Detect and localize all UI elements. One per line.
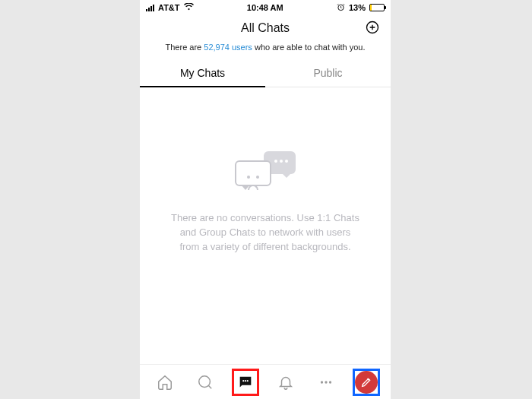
- phone-frame: AT&T 10:48 AM 13% All Chats There are 52…: [140, 0, 391, 399]
- empty-line-1: There are no conversations. Use 1:1 Chat…: [171, 211, 359, 226]
- user-count-banner: There are 52,974 users who are able to c…: [140, 40, 391, 59]
- svg-point-2: [198, 375, 210, 387]
- banner-count[interactable]: 52,974 users: [204, 43, 252, 52]
- empty-line-3: from a variety of different backgrounds.: [171, 240, 359, 255]
- svg-point-3: [242, 380, 244, 382]
- status-time: 10:48 AM: [247, 3, 283, 12]
- banner-suffix: who are able to chat with you.: [252, 43, 366, 52]
- empty-state: There are no conversations. Use 1:1 Chat…: [140, 65, 391, 341]
- empty-state-text: There are no conversations. Use 1:1 Chat…: [171, 211, 359, 255]
- chat-bubble-sad-icon: [235, 160, 271, 186]
- svg-point-8: [328, 381, 331, 383]
- svg-point-7: [325, 381, 327, 383]
- battery-icon: [369, 4, 385, 11]
- battery-pct: 13%: [349, 3, 366, 12]
- page-header: All Chats: [140, 15, 391, 40]
- carrier-label: AT&T: [158, 3, 180, 12]
- empty-line-2: and Group Chats to network with users: [171, 226, 359, 240]
- svg-point-4: [244, 380, 245, 382]
- more-icon: [318, 374, 334, 391]
- nav-chats[interactable]: [232, 369, 259, 396]
- bottom-nav: [140, 364, 391, 399]
- alarm-icon: [337, 3, 345, 13]
- nav-more[interactable]: [312, 369, 340, 396]
- nav-notifications[interactable]: [272, 369, 299, 396]
- status-right: 13%: [337, 3, 385, 13]
- status-bar: AT&T 10:48 AM 13%: [140, 0, 391, 15]
- new-chat-button[interactable]: [365, 20, 380, 35]
- home-icon: [157, 374, 173, 391]
- nav-home[interactable]: [151, 369, 179, 396]
- page-title: All Chats: [140, 21, 391, 35]
- svg-point-5: [246, 380, 248, 382]
- search-icon: [197, 374, 214, 391]
- compose-icon: [355, 371, 378, 394]
- nav-compose[interactable]: [353, 369, 380, 396]
- svg-point-6: [320, 381, 322, 383]
- chat-icon: [237, 374, 254, 391]
- banner-prefix: There are: [166, 43, 204, 52]
- bell-icon: [277, 374, 294, 391]
- nav-search[interactable]: [192, 369, 219, 396]
- wifi-icon: [184, 2, 194, 13]
- signal-icon: [146, 5, 154, 11]
- status-left: AT&T: [146, 2, 194, 13]
- empty-illustration: [235, 151, 296, 193]
